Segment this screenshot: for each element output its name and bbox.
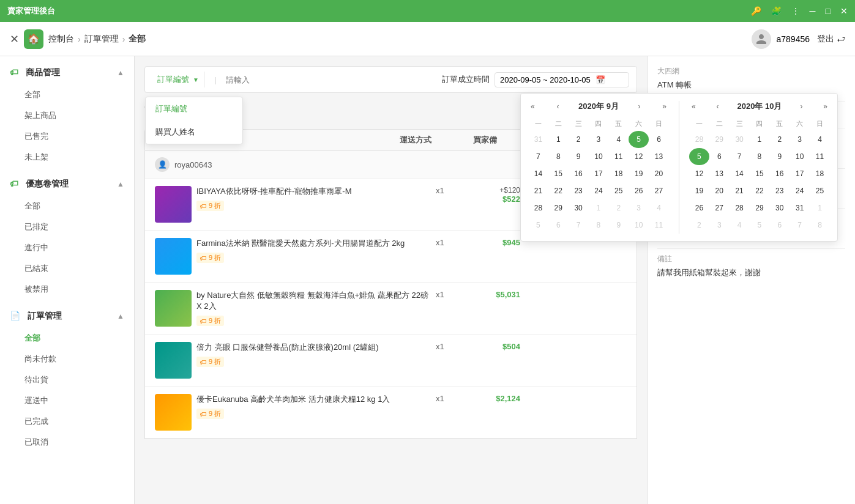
cal-day[interactable]: 31 <box>790 199 810 217</box>
cal-day[interactable]: 26 <box>689 199 709 217</box>
cal-prev-prev-oct[interactable]: « <box>689 101 698 112</box>
cal-day[interactable]: 2 <box>689 217 709 234</box>
cal-day[interactable]: 29 <box>709 131 730 148</box>
cal-day[interactable]: 22 <box>548 182 569 199</box>
cal-day[interactable]: 18 <box>608 165 629 182</box>
sidebar-item-coupon-scheduled[interactable]: 已排定 <box>0 217 134 237</box>
cal-day[interactable]: 8 <box>750 148 770 165</box>
cal-day[interactable]: 18 <box>810 165 830 182</box>
cal-next-next-oct[interactable]: » <box>821 101 830 112</box>
cal-day[interactable]: 11 <box>810 148 830 165</box>
cal-day[interactable]: 15 <box>548 165 569 182</box>
cal-day[interactable]: 10 <box>790 148 810 165</box>
cal-day[interactable]: 24 <box>790 182 810 199</box>
cal-day[interactable]: 7 <box>790 217 810 234</box>
cal-day[interactable]: 21 <box>528 182 548 199</box>
cal-day[interactable]: 19 <box>629 165 649 182</box>
sidebar-item-order-cancelled[interactable]: 已取消 <box>0 432 134 453</box>
cal-next-sep[interactable]: › <box>636 101 643 112</box>
cal-day[interactable]: 12 <box>629 148 649 165</box>
dropdown-item-buyer-name[interactable]: 購買人姓名 <box>146 120 242 144</box>
cal-day[interactable]: 5 <box>528 217 548 234</box>
cal-day[interactable]: 1 <box>810 199 830 217</box>
cal-day[interactable]: 13 <box>649 148 669 165</box>
cal-day[interactable]: 30 <box>769 199 790 217</box>
puzzle-icon[interactable]: 🧩 <box>771 6 782 16</box>
sidebar-item-coupon-ended[interactable]: 已結束 <box>0 258 134 279</box>
cal-day[interactable]: 9 <box>769 148 790 165</box>
cal-day[interactable]: 1 <box>548 131 569 148</box>
cal-day[interactable]: 2 <box>769 131 790 148</box>
breadcrumb-home[interactable]: 控制台 <box>48 34 74 45</box>
sidebar-item-order-pending[interactable]: 待出貨 <box>0 369 134 390</box>
sidebar-item-product-not-listed[interactable]: 未上架 <box>0 147 134 168</box>
cal-day[interactable]: 16 <box>569 165 589 182</box>
cal-day[interactable]: 7 <box>528 148 548 165</box>
cal-day[interactable]: 4 <box>810 131 830 148</box>
cal-day[interactable]: 9 <box>569 148 589 165</box>
sidebar-item-order-completed[interactable]: 已完成 <box>0 411 134 432</box>
breadcrumb-orders[interactable]: 訂單管理 <box>84 34 119 45</box>
cal-day[interactable]: 24 <box>589 182 609 199</box>
search-field-selector[interactable]: 訂單編號 ▼ <box>152 72 204 87</box>
cal-day[interactable]: 13 <box>709 165 730 182</box>
cal-day[interactable]: 5 <box>750 217 770 234</box>
cal-day[interactable]: 27 <box>649 182 669 199</box>
cal-day[interactable]: 25 <box>608 182 629 199</box>
sidebar-item-product-all[interactable]: 全部 <box>0 84 134 105</box>
sidebar-item-coupon-all[interactable]: 全部 <box>0 196 134 217</box>
cal-day[interactable]: 7 <box>569 217 589 234</box>
sidebar-section-coupon-header[interactable]: 🏷 優惠卷管理 ▲ <box>0 172 134 196</box>
sidebar-section-product-header[interactable]: 🏷 商品管理 ▲ <box>0 61 134 84</box>
cal-day[interactable]: 22 <box>750 182 770 199</box>
close-button[interactable]: ✕ <box>840 6 848 16</box>
cal-day[interactable]: 6 <box>548 217 569 234</box>
cal-day[interactable]: 11 <box>608 148 629 165</box>
cal-day[interactable]: 27 <box>709 199 730 217</box>
cal-day[interactable]: 12 <box>689 165 709 182</box>
cal-day[interactable]: 20 <box>649 165 669 182</box>
cal-day[interactable]: 11 <box>649 217 669 234</box>
cal-day[interactable]: 25 <box>810 182 830 199</box>
cal-day[interactable]: 9 <box>608 217 629 234</box>
logout-button[interactable]: 登出 ⮐ <box>817 34 845 45</box>
cal-day[interactable]: 5 <box>629 131 649 148</box>
cal-next-next-sep[interactable]: » <box>660 101 669 112</box>
key-icon[interactable]: 🔑 <box>751 6 761 16</box>
cal-day[interactable]: 7 <box>730 148 750 165</box>
cal-day[interactable]: 28 <box>528 199 548 217</box>
dropdown-item-order-number[interactable]: 訂單編號 <box>146 97 242 120</box>
sidebar-item-product-sold-out[interactable]: 已售完 <box>0 126 134 147</box>
sidebar-item-order-all[interactable]: 全部 <box>0 328 134 349</box>
cal-day[interactable]: 23 <box>569 182 589 199</box>
cal-day[interactable]: 1 <box>589 199 609 217</box>
cal-day[interactable]: 8 <box>589 217 609 234</box>
cal-next-oct[interactable]: › <box>797 101 805 112</box>
cal-day[interactable]: 28 <box>689 131 709 148</box>
cal-day[interactable]: 3 <box>589 131 609 148</box>
cal-day[interactable]: 6 <box>769 217 790 234</box>
cal-day[interactable]: 28 <box>730 199 750 217</box>
cal-day[interactable]: 4 <box>649 199 669 217</box>
maximize-button[interactable]: □ <box>826 6 831 16</box>
cal-day[interactable]: 23 <box>769 182 790 199</box>
sidebar-item-coupon-active[interactable]: 進行中 <box>0 237 134 258</box>
sidebar-section-order-header[interactable]: 📄 訂單管理 ▲ <box>0 305 134 328</box>
cal-day[interactable]: 29 <box>548 199 569 217</box>
cal-day[interactable]: 14 <box>528 165 548 182</box>
cal-day[interactable]: 4 <box>608 131 629 148</box>
cal-day[interactable]: 6 <box>649 131 669 148</box>
home-icon[interactable]: 🏠 <box>24 29 43 49</box>
cal-prev-oct[interactable]: ‹ <box>714 101 722 112</box>
sidebar-item-order-unpaid[interactable]: 尚未付款 <box>0 349 134 369</box>
cal-day[interactable]: 16 <box>769 165 790 182</box>
cal-day[interactable]: 17 <box>589 165 609 182</box>
cal-day[interactable]: 1 <box>750 131 770 148</box>
minimize-button[interactable]: ─ <box>810 6 816 16</box>
cal-day[interactable]: 4 <box>730 217 750 234</box>
cal-day[interactable]: 6 <box>709 148 730 165</box>
cal-day[interactable]: 2 <box>569 131 589 148</box>
cal-day[interactable]: 10 <box>629 217 649 234</box>
cal-day[interactable]: 8 <box>810 217 830 234</box>
nav-close-button[interactable]: ✕ <box>10 32 19 46</box>
